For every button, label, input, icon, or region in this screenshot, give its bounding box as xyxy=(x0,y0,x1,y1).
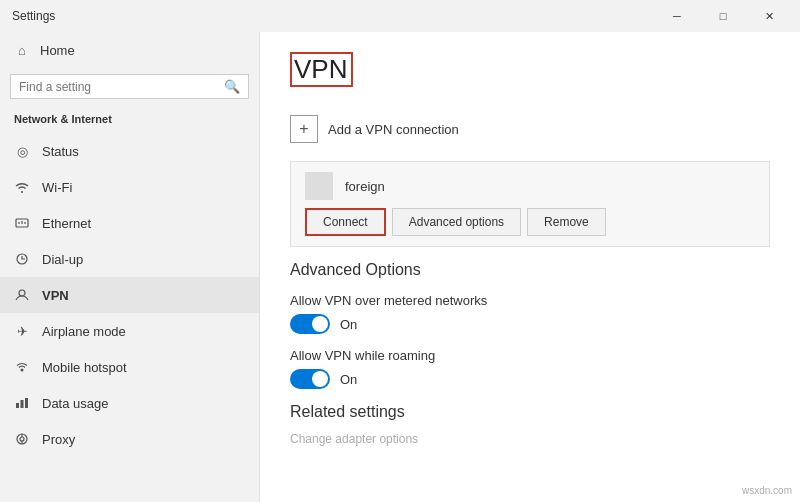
advanced-options-button[interactable]: Advanced options xyxy=(392,208,521,236)
search-input[interactable] xyxy=(19,80,218,94)
sidebar-search-container: 🔍 xyxy=(10,74,249,99)
add-icon: + xyxy=(290,115,318,143)
sidebar-item-dialup[interactable]: Dial-up xyxy=(0,241,259,277)
main-panel: VPN + Add a VPN connection foreign Conne… xyxy=(260,32,800,502)
sidebar-item-label: Airplane mode xyxy=(42,324,126,339)
sidebar-item-label: VPN xyxy=(42,288,69,303)
sidebar-item-datausage[interactable]: Data usage xyxy=(0,385,259,421)
close-button[interactable]: ✕ xyxy=(746,0,792,32)
sidebar-item-hotspot[interactable]: Mobile hotspot xyxy=(0,349,259,385)
toggle2-label: On xyxy=(340,372,357,387)
sidebar-item-label: Data usage xyxy=(42,396,109,411)
sidebar-item-label: Wi-Fi xyxy=(42,180,72,195)
titlebar-title: Settings xyxy=(12,9,55,23)
watermark: wsxdn.com xyxy=(742,485,792,496)
proxy-icon xyxy=(14,431,30,447)
option1-label: Allow VPN over metered networks xyxy=(290,293,770,308)
change-adapter-link[interactable]: Change adapter options xyxy=(290,432,418,446)
remove-button[interactable]: Remove xyxy=(527,208,606,236)
sidebar-item-label: Status xyxy=(42,144,79,159)
toggle-row-1: On xyxy=(290,314,770,334)
option2-label: Allow VPN while roaming xyxy=(290,348,770,363)
advanced-options-section: Advanced Options Allow VPN over metered … xyxy=(290,261,770,389)
sidebar-item-label: Ethernet xyxy=(42,216,91,231)
sidebar-item-vpn[interactable]: VPN xyxy=(0,277,259,313)
related-settings-section: Related settings Change adapter options xyxy=(290,403,770,446)
svg-point-5 xyxy=(19,290,25,296)
svg-rect-9 xyxy=(25,398,28,408)
vpn-icon xyxy=(14,287,30,303)
toggle-metered[interactable] xyxy=(290,314,330,334)
sidebar-item-label: Mobile hotspot xyxy=(42,360,127,375)
svg-point-11 xyxy=(20,437,24,441)
add-vpn-label: Add a VPN connection xyxy=(328,122,459,137)
vpn-item-icon xyxy=(305,172,333,200)
titlebar: Settings ─ □ ✕ xyxy=(0,0,800,32)
advanced-options-title: Advanced Options xyxy=(290,261,770,279)
toggle-row-2: On xyxy=(290,369,770,389)
sidebar-item-airplane[interactable]: ✈ Airplane mode xyxy=(0,313,259,349)
vpn-item-header: foreign xyxy=(305,172,755,200)
maximize-button[interactable]: □ xyxy=(700,0,746,32)
sidebar-section-title: Network & Internet xyxy=(0,109,259,133)
sidebar-item-wifi[interactable]: Wi-Fi xyxy=(0,169,259,205)
dialup-icon xyxy=(14,251,30,267)
sidebar: ⌂ Home 🔍 Network & Internet ◎ Status Wi-… xyxy=(0,32,260,502)
svg-rect-8 xyxy=(21,400,24,408)
sidebar-item-label: Proxy xyxy=(42,432,75,447)
airplane-icon: ✈ xyxy=(14,323,30,339)
datausage-icon xyxy=(14,395,30,411)
titlebar-controls: ─ □ ✕ xyxy=(654,0,792,32)
vpn-item-buttons: Connect Advanced options Remove xyxy=(305,208,755,236)
svg-rect-7 xyxy=(16,403,19,408)
app-body: ⌂ Home 🔍 Network & Internet ◎ Status Wi-… xyxy=(0,32,800,502)
toggle1-label: On xyxy=(340,317,357,332)
wifi-icon xyxy=(14,179,30,195)
vpn-connection-item: foreign Connect Advanced options Remove xyxy=(290,161,770,247)
hotspot-icon xyxy=(14,359,30,375)
add-vpn-button[interactable]: + Add a VPN connection xyxy=(290,107,770,151)
page-title: VPN xyxy=(290,52,353,87)
minimize-button[interactable]: ─ xyxy=(654,0,700,32)
sidebar-home[interactable]: ⌂ Home xyxy=(0,32,259,68)
sidebar-item-status[interactable]: ◎ Status xyxy=(0,133,259,169)
svg-point-6 xyxy=(21,369,24,372)
vpn-connection-name: foreign xyxy=(345,179,385,194)
home-icon: ⌂ xyxy=(14,42,30,58)
connect-button[interactable]: Connect xyxy=(305,208,386,236)
sidebar-home-label: Home xyxy=(40,43,75,58)
sidebar-item-ethernet[interactable]: Ethernet xyxy=(0,205,259,241)
sidebar-item-label: Dial-up xyxy=(42,252,83,267)
search-icon: 🔍 xyxy=(224,79,240,94)
ethernet-icon xyxy=(14,215,30,231)
toggle-roaming[interactable] xyxy=(290,369,330,389)
status-icon: ◎ xyxy=(14,143,30,159)
related-settings-title: Related settings xyxy=(290,403,770,421)
sidebar-item-proxy[interactable]: Proxy xyxy=(0,421,259,457)
